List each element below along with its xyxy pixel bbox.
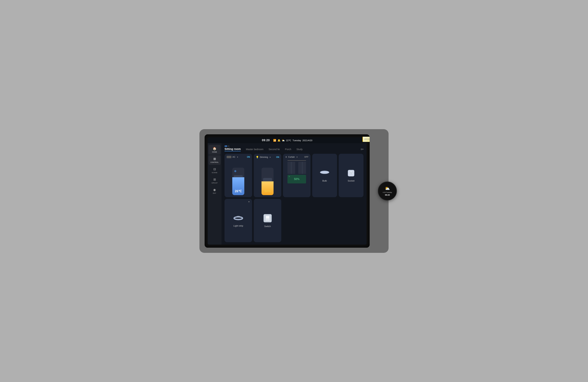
tab-porch[interactable]: Porch xyxy=(285,148,292,151)
curtain-card-header: ⏸ Curtain ▼ OFF xyxy=(285,156,308,158)
curtain-title: Curtain xyxy=(288,156,295,158)
ac-status: ON xyxy=(247,156,250,158)
sidebar-label-control: CONTROL xyxy=(210,161,219,163)
dimming-slider-fill xyxy=(261,181,273,195)
socket-name: Socket xyxy=(348,179,355,182)
tab-study[interactable]: Study xyxy=(296,148,303,151)
snow-icon: ❄ xyxy=(234,169,237,173)
svg-rect-8 xyxy=(351,173,352,174)
round-time: 09:20 xyxy=(385,194,390,196)
tab-second-lie[interactable]: Second lie xyxy=(269,148,280,151)
home-icon: 🏠 xyxy=(213,147,216,151)
status-time: 09:20 xyxy=(262,139,270,142)
lightstrip-svg xyxy=(232,214,244,222)
switch-visual xyxy=(263,213,272,223)
tab-sitting-room[interactable]: Sitting room xyxy=(225,147,241,151)
ac-card[interactable]: AC ▼ ON ❄ 26℃ xyxy=(225,154,252,197)
more-options-button[interactable]: ≡• xyxy=(360,148,363,151)
socket-visual xyxy=(347,169,355,177)
switch-name: Switch xyxy=(264,225,271,228)
room-tabs: Sitting room Master bedroom Second lie P… xyxy=(225,147,363,151)
curtain-status: OFF xyxy=(304,156,308,158)
curtain-visual: ||| 50% xyxy=(285,159,308,195)
svg-rect-6 xyxy=(350,172,351,173)
dimming-slider-track[interactable]: 50% xyxy=(261,168,273,195)
status-bar: 09:20 📶 🔔 ⛅ 22℃ Tuesday 2021/4/20 xyxy=(208,137,367,143)
ent-icon: ◉ xyxy=(213,188,216,192)
sidebar-item-home[interactable]: 🏠 HOME xyxy=(209,145,221,154)
curtain-value: 50% xyxy=(294,178,299,181)
round-date: 4.20 Tuesday xyxy=(383,191,392,193)
ac-slider-area: ❄ 26℃ xyxy=(227,159,250,195)
dimming-title: Dimming xyxy=(260,156,268,158)
bell-icon: 🔔 xyxy=(277,139,280,142)
outer-device: 智能家居控制面板 Smart Home Panel 09:20 📶 🔔 ⛅ 22… xyxy=(199,129,389,253)
ac-value: 26℃ xyxy=(235,189,242,193)
sidebar-label-scene: SCENE xyxy=(212,172,217,173)
sidebar-item-control[interactable]: ⊞ CONTROL xyxy=(209,155,221,165)
curtain-fill: ||| 50% xyxy=(288,175,306,183)
svg-point-3 xyxy=(321,171,329,173)
curtain-lines-icon: ||| xyxy=(289,175,290,177)
sidebar-label-home: HOME xyxy=(212,151,217,153)
sidebar-item-scene[interactable]: ⊟ SCENE xyxy=(209,166,221,175)
light-strip-card[interactable]: ▼ Light strip xyxy=(225,199,252,242)
ac-slider-track[interactable]: ❄ 26℃ xyxy=(232,168,244,195)
svg-rect-7 xyxy=(351,172,352,173)
svg-rect-15 xyxy=(266,219,269,220)
round-display: ⛅ 4.20 Tuesday 09:20 xyxy=(378,182,397,200)
curtain-pause-icon: ⏸ xyxy=(285,156,287,158)
light-strip-visual xyxy=(232,214,244,222)
switch-card[interactable]: Switch xyxy=(254,199,281,242)
room-indicator xyxy=(225,146,363,147)
main-content: 🏠 HOME ⊞ CONTROL ⊟ SCENE ⊞ GROUP xyxy=(208,143,367,245)
ac-title: AC xyxy=(232,156,235,158)
dimming-bulb-icon: 💡 xyxy=(256,156,259,158)
svg-rect-14 xyxy=(266,216,269,218)
control-icon: ⊞ xyxy=(213,157,216,161)
sidebar-label-ent: ENT xyxy=(213,192,216,194)
date-display: 2021/4/20 xyxy=(302,139,312,142)
ac-small-icon xyxy=(227,156,231,158)
dimming-value: 50% xyxy=(264,190,271,193)
device-grid: AC ▼ ON ❄ 26℃ xyxy=(225,154,363,242)
ac-dropdown-icon[interactable]: ▼ xyxy=(237,156,238,158)
content-panel: Sitting room Master bedroom Second lie P… xyxy=(221,143,367,245)
status-icons: 📶 🔔 ⛅ 22℃ Tuesday 2021/4/20 xyxy=(273,139,312,142)
dimming-card[interactable]: 💡 Dimming ▼ ON 50% xyxy=(254,154,281,197)
curtain-dropdown-icon[interactable]: ▼ xyxy=(296,156,298,158)
temperature-display: 22℃ xyxy=(286,139,291,142)
dimming-status: ON xyxy=(276,156,279,158)
curtain-top-rail xyxy=(285,160,308,161)
light-strip-chevron[interactable]: ▼ xyxy=(248,201,250,203)
wifi-icon: 📶 xyxy=(273,139,276,142)
round-weather-icon: ⛅ xyxy=(385,186,390,191)
socket-svg xyxy=(347,169,355,177)
sidebar-item-group[interactable]: ⊞ GROUP xyxy=(209,176,221,186)
bulb-name: Bulb xyxy=(322,179,327,182)
curtain-card[interactable]: ⏸ Curtain ▼ OFF xyxy=(283,154,311,197)
sidebar: 🏠 HOME ⊞ CONTROL ⊟ SCENE ⊞ GROUP xyxy=(208,143,221,245)
screen: 09:20 📶 🔔 ⛅ 22℃ Tuesday 2021/4/20 🏠 HOME xyxy=(208,137,367,245)
svg-point-11 xyxy=(237,216,240,217)
curtain-panels xyxy=(288,162,306,174)
indicator-active xyxy=(225,146,227,147)
dimming-card-header: 💡 Dimming ▼ ON xyxy=(256,156,279,158)
sidebar-label-group: GROUP xyxy=(211,182,218,184)
day-display: Tuesday xyxy=(293,139,301,142)
bulb-visual xyxy=(319,169,331,177)
device-sticker: 智能家居控制面板 Smart Home Panel xyxy=(362,137,370,142)
light-strip-name: Light strip xyxy=(233,225,243,227)
dimming-slider-area: 50% xyxy=(256,160,279,195)
ac-card-header: AC ▼ ON xyxy=(227,156,250,158)
curtain-icon-row: ⏸ xyxy=(285,156,287,158)
dimming-dropdown-icon[interactable]: ▼ xyxy=(269,156,271,158)
tab-master-bedroom[interactable]: Master bedroom xyxy=(246,148,263,151)
group-icon: ⊞ xyxy=(213,178,216,181)
device-frame: 智能家居控制面板 Smart Home Panel 09:20 📶 🔔 ⛅ 22… xyxy=(205,134,370,248)
bulb-svg xyxy=(319,169,331,177)
bulb-card[interactable]: Bulb xyxy=(312,154,337,197)
scene-icon: ⊟ xyxy=(213,167,216,171)
sidebar-item-ent[interactable]: ◉ ENT xyxy=(209,186,221,196)
socket-card[interactable]: Socket xyxy=(339,154,363,197)
